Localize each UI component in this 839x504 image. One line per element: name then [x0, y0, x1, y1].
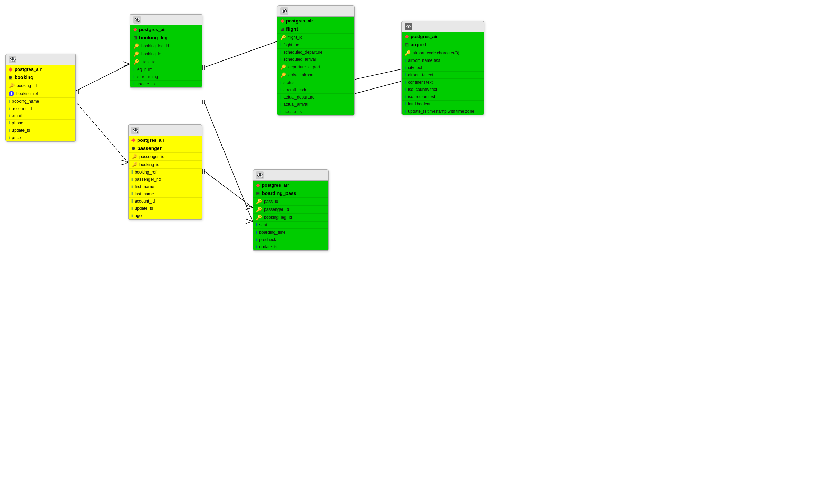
booking-leg-schema: ◆ postgres_air: [130, 25, 202, 34]
info-icon: i: [280, 50, 281, 55]
airport-field-update_ts: i update_ts timestamp with time zone: [402, 108, 484, 115]
flight-table-name: ⊞ flight: [277, 25, 354, 33]
passenger-table-name: ⊞ passenger: [129, 144, 202, 152]
boarding-pass-visibility-icon[interactable]: 👁‍🗨: [256, 171, 264, 179]
booking-header: 👁‍🗨: [6, 54, 75, 65]
key-icon: 🔑: [256, 215, 262, 220]
info-icon: i: [256, 230, 257, 235]
flight-field-aircraft_code: i aircraft_code: [277, 86, 354, 93]
key-icon: 🔑: [133, 43, 139, 49]
airport-field-airport_tz: i airport_tz text: [402, 71, 484, 78]
airport-visibility-icon[interactable]: 👁: [405, 23, 412, 30]
booking-field-phone: i phone: [6, 119, 75, 127]
svg-line-2: [123, 64, 130, 66]
key-icon: 🔑: [9, 83, 15, 88]
table-booking[interactable]: 👁‍🗨 ◆ postgres_air ⊞ booking 🔑 booking_i…: [5, 54, 76, 142]
booking-leg-grid-icon: ⊞: [133, 35, 137, 40]
info-icon: i: [280, 57, 281, 62]
passenger-field-passenger_id: 🔑 passenger_id: [129, 152, 202, 160]
info-icon: i: [131, 184, 133, 189]
svg-line-22: [246, 205, 253, 207]
airport-field-intnl: i intnl boolean: [402, 100, 484, 108]
booking-field-account_id: i account_id: [6, 105, 75, 112]
booking-leg-name-label: booking_leg: [139, 35, 167, 40]
key-icon: 🔑: [405, 50, 411, 56]
info-icon: i: [133, 67, 134, 72]
svg-line-6: [121, 160, 128, 162]
booking-field-booking_ref: 1 booking_ref: [6, 90, 75, 97]
flight-field-flight_no: i flight_no: [277, 41, 354, 48]
booking-visibility-icon[interactable]: 👁‍🗨: [9, 56, 16, 63]
flight-visibility-icon[interactable]: 👁‍🗨: [280, 7, 288, 15]
table-flight[interactable]: 👁‍🗨 ◆ postgres_air ⊞ flight 🔑 flight_id …: [277, 5, 355, 116]
info-icon: i: [9, 99, 10, 104]
passenger-schema-label: postgres_air: [137, 138, 164, 143]
booking-name-label: booking: [15, 75, 33, 80]
booking-leg-field-booking_id: 🔑 booking_id: [130, 50, 202, 58]
table-airport[interactable]: 👁 ◆ postgres_air ⊞ airport 🔑 airport_cod…: [401, 21, 484, 115]
table-passenger[interactable]: 👁‍🗨 ◆ postgres_air ⊞ passenger 🔑 passeng…: [128, 124, 202, 220]
svg-line-1: [123, 62, 130, 64]
booking-leg-schema-label: postgres_air: [139, 27, 166, 32]
flight-field-actual_arrival: i actual_arrival: [277, 101, 354, 108]
table-booking-leg[interactable]: 👁‍🗨 ◆ postgres_air ⊞ booking_leg 🔑 booki…: [130, 14, 202, 88]
info-icon: i: [405, 94, 406, 99]
passenger-name-label: passenger: [137, 146, 162, 151]
boarding-pass-field-update_ts: i update_ts: [253, 243, 328, 250]
booking-leg-diamond-icon: ◆: [133, 27, 137, 32]
passenger-visibility-icon[interactable]: 👁‍🗨: [131, 127, 139, 134]
boarding-pass-table-name: ⊞ boarding_pass: [253, 189, 328, 197]
booking-leg-field-flight_id: 🔑 flight_id: [130, 58, 202, 66]
info-icon: i: [280, 95, 281, 100]
booking-schema: ◆ postgres_air: [6, 65, 75, 73]
svg-line-17: [349, 81, 401, 95]
airport-table-name: ⊞ airport: [402, 40, 484, 49]
key-icon: 🔑: [280, 72, 286, 78]
info-icon: i: [256, 237, 257, 242]
airport-schema: ◆ postgres_air: [402, 32, 484, 40]
table-boarding-pass[interactable]: 👁‍🗨 ◆ postgres_air ⊞ boarding_pass 🔑 pas…: [253, 169, 329, 251]
key-icon: 🔑: [133, 59, 139, 65]
airport-field-iso_country: i iso_country text: [402, 86, 484, 93]
boarding-pass-schema: ◆ postgres_air: [253, 181, 328, 189]
passenger-field-first_name: i first_name: [129, 183, 202, 190]
passenger-schema: ◆ postgres_air: [129, 136, 202, 144]
boarding-pass-schema-label: postgres_air: [262, 183, 289, 188]
svg-line-0: [74, 64, 130, 92]
booking-leg-visibility-icon[interactable]: 👁‍🗨: [133, 16, 141, 24]
info-icon: i: [280, 109, 281, 114]
booking-schema-label: postgres_air: [15, 67, 42, 72]
flight-field-status: i status: [277, 79, 354, 86]
boarding-pass-field-pass_id: 🔑 pass_id: [253, 197, 328, 205]
circle1-icon: 1: [9, 91, 14, 96]
passenger-grid-icon: ⊞: [131, 146, 135, 151]
passenger-field-booking_ref: i booking_ref: [129, 168, 202, 176]
svg-line-8: [204, 41, 277, 67]
boarding-pass-field-passenger_id: 🔑 passenger_id: [253, 205, 328, 213]
booking-leg-field-leg_num: i leg_num: [130, 66, 202, 73]
svg-line-28: [246, 221, 253, 224]
info-icon: i: [280, 87, 281, 92]
key-icon: 🔑: [131, 162, 137, 167]
flight-name-label: flight: [286, 26, 298, 32]
info-icon: i: [131, 199, 133, 204]
svg-line-5: [74, 100, 128, 162]
airport-field-continent: i continent text: [402, 78, 484, 86]
svg-line-21: [204, 171, 253, 207]
airport-name-label: airport: [411, 42, 426, 47]
key-icon: 🔑: [256, 207, 262, 212]
flight-field-scheduled_departure: i scheduled_departure: [277, 48, 354, 56]
airport-field-airport_name: i airport_name text: [402, 57, 484, 64]
flight-header: 👁‍🗨: [277, 6, 354, 17]
passenger-header: 👁‍🗨: [129, 125, 202, 136]
boarding-pass-diamond-icon: ◆: [256, 182, 260, 188]
info-icon: i: [280, 102, 281, 107]
booking-leg-field-update_ts: i update_ts: [130, 80, 202, 87]
booking-field-price: i price: [6, 134, 75, 141]
info-icon: i: [9, 121, 10, 125]
flight-field-departure_airport: 🔑 departure_airport: [277, 63, 354, 71]
boarding-pass-grid-icon: ⊞: [256, 191, 260, 196]
flight-field-flight_id: 🔑 flight_id: [277, 33, 354, 41]
booking-leg-field-is_returning: i is_returning: [130, 73, 202, 80]
passenger-diamond-icon: ◆: [131, 137, 135, 143]
